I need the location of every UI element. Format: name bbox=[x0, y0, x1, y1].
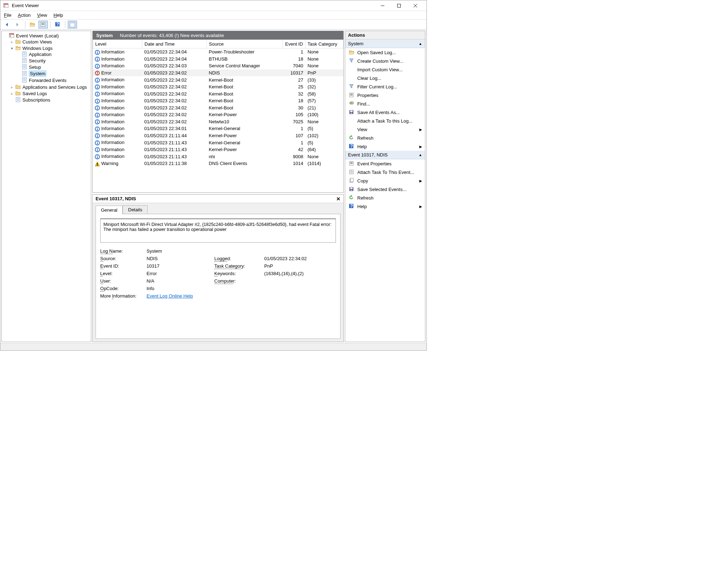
info-icon bbox=[95, 64, 100, 69]
table-row[interactable]: Information01/05/2023 22:34:04Power-Trou… bbox=[93, 48, 343, 56]
tree-log-application[interactable]: Application bbox=[16, 51, 90, 57]
table-row[interactable]: Information01/05/2023 21:11:43Kernel-Pow… bbox=[93, 146, 343, 153]
action-label: Event Properties bbox=[357, 161, 392, 166]
close-button[interactable] bbox=[407, 0, 424, 11]
action-icon bbox=[349, 144, 354, 149]
action-item[interactable]: Open Saved Log... bbox=[345, 48, 425, 57]
action-item[interactable]: Save All Events As... bbox=[345, 108, 425, 117]
action-item[interactable]: Attach a Task To this Log... bbox=[345, 117, 425, 125]
preview-pane-button[interactable] bbox=[68, 21, 77, 29]
action-item[interactable]: Help▶ bbox=[345, 142, 425, 151]
action-item[interactable]: Find... bbox=[345, 99, 425, 108]
action-item[interactable]: Help▶ bbox=[345, 202, 425, 211]
maximize-button[interactable] bbox=[391, 0, 407, 11]
table-row[interactable]: Information01/05/2023 22:34:02Kernel-Pow… bbox=[93, 111, 343, 118]
action-item[interactable]: Clear Log... bbox=[345, 74, 425, 82]
table-row[interactable]: Information01/05/2023 21:11:43nhi9008Non… bbox=[93, 153, 343, 160]
col-level[interactable]: Level bbox=[93, 40, 142, 48]
lbl-logname: Log Name: bbox=[100, 248, 147, 254]
table-row[interactable]: Information01/05/2023 22:34:01Kernel-Gen… bbox=[93, 125, 343, 132]
tree-log-system[interactable]: System bbox=[16, 71, 90, 77]
lbl-level: Level: bbox=[100, 271, 147, 276]
properties-button[interactable] bbox=[39, 21, 48, 29]
tree-pane[interactable]: Event Viewer (Local) ▹ Custom Views ▾ Wi… bbox=[1, 31, 91, 342]
table-row[interactable]: Information01/05/2023 22:34:03Service Co… bbox=[93, 62, 343, 69]
col-eventid[interactable]: Event ID bbox=[282, 40, 305, 48]
tree-log-security[interactable]: Security bbox=[16, 58, 90, 63]
action-item[interactable]: Filter Current Log... bbox=[345, 82, 425, 91]
help-button[interactable] bbox=[53, 21, 62, 29]
menu-help[interactable]: Help bbox=[53, 12, 63, 18]
action-icon bbox=[349, 195, 354, 201]
action-item[interactable]: Refresh bbox=[345, 134, 425, 142]
table-row[interactable]: Information01/05/2023 22:34:02Kernel-Boo… bbox=[93, 76, 343, 83]
action-label: Refresh bbox=[357, 135, 374, 141]
collapse-icon[interactable]: ▲ bbox=[419, 42, 422, 46]
tree-apps-services[interactable]: ▹Applications and Services Logs bbox=[10, 84, 90, 90]
table-row[interactable]: Warning01/05/2023 21:11:38DNS Client Eve… bbox=[93, 160, 343, 167]
expand-icon[interactable]: ▹ bbox=[10, 85, 14, 89]
table-row[interactable]: Information01/05/2023 22:34:02Kernel-Boo… bbox=[93, 104, 343, 112]
app-icon bbox=[3, 3, 9, 9]
show-tree-button[interactable] bbox=[28, 21, 37, 29]
menu-action[interactable]: Action bbox=[18, 12, 31, 18]
info-icon bbox=[95, 147, 100, 152]
log-icon bbox=[15, 97, 21, 103]
folder-open-icon bbox=[15, 45, 21, 51]
back-button[interactable] bbox=[2, 21, 12, 29]
table-row[interactable]: Information01/05/2023 22:34:04BTHUSB18No… bbox=[93, 56, 343, 63]
table-row[interactable]: Information01/05/2023 21:11:44Kernel-Pow… bbox=[93, 132, 343, 139]
link-online-help[interactable]: Event Log Online Help bbox=[147, 293, 193, 299]
tree-saved-logs[interactable]: ▹Saved Logs bbox=[10, 91, 90, 96]
table-row[interactable]: Information01/05/2023 22:34:02Kernel-Boo… bbox=[93, 83, 343, 91]
actions-section-event[interactable]: Event 10317, NDIS ▲ bbox=[345, 151, 425, 159]
action-item[interactable]: Event Properties bbox=[345, 159, 425, 168]
tree-label: Custom Views bbox=[22, 39, 52, 45]
action-item[interactable]: Save Selected Events... bbox=[345, 185, 425, 194]
tab-details[interactable]: Details bbox=[123, 205, 148, 214]
tree-log-setup[interactable]: Setup bbox=[16, 64, 90, 70]
log-icon bbox=[22, 64, 27, 70]
action-item[interactable]: Import Custom View... bbox=[345, 65, 425, 74]
collapse-icon[interactable]: ▾ bbox=[10, 46, 14, 50]
menu-file[interactable]: File bbox=[4, 12, 11, 18]
val-logged: 01/05/2023 22:34:02 bbox=[264, 256, 332, 261]
tab-general[interactable]: General bbox=[96, 206, 123, 214]
action-item[interactable]: Create Custom View... bbox=[345, 57, 425, 65]
action-item[interactable]: Copy▶ bbox=[345, 176, 425, 185]
col-taskcat[interactable]: Task Category bbox=[305, 40, 343, 48]
toolbar-separator bbox=[50, 21, 51, 28]
tree-subscriptions[interactable]: Subscriptions bbox=[10, 97, 90, 103]
title-bar: Event Viewer bbox=[0, 0, 426, 11]
col-datetime[interactable]: Date and Time bbox=[142, 40, 207, 48]
detail-close-button[interactable]: ✕ bbox=[336, 196, 341, 202]
action-item[interactable]: Attach Task To This Event... bbox=[345, 168, 425, 176]
tree-windows-logs[interactable]: ▾ Windows Logs bbox=[10, 45, 90, 51]
tree-label: Forwarded Events bbox=[29, 78, 67, 83]
table-row[interactable]: Information01/05/2023 22:34:02Kernel-Boo… bbox=[93, 90, 343, 97]
warn-icon bbox=[95, 161, 100, 166]
forward-button[interactable] bbox=[13, 21, 22, 29]
section-title: System bbox=[348, 41, 363, 46]
event-table[interactable]: Level Date and Time Source Event ID Task… bbox=[93, 40, 343, 192]
action-item[interactable]: Properties bbox=[345, 91, 425, 99]
actions-section-system[interactable]: System ▲ bbox=[345, 40, 425, 48]
detail-title: Event 10317, NDIS bbox=[96, 196, 136, 201]
table-row[interactable]: Information01/05/2023 22:34:02Kernel-Boo… bbox=[93, 97, 343, 104]
minimize-button[interactable] bbox=[374, 0, 391, 11]
submenu-arrow-icon: ▶ bbox=[419, 179, 422, 183]
tree-log-forwarded[interactable]: Forwarded Events bbox=[16, 77, 90, 83]
table-row[interactable]: Error01/05/2023 22:34:02NDIS10317PnP bbox=[93, 69, 343, 77]
table-row[interactable]: Information01/05/2023 21:11:43Kernel-Gen… bbox=[93, 139, 343, 146]
action-item[interactable]: View▶ bbox=[345, 125, 425, 134]
action-label: Attach Task To This Event... bbox=[357, 170, 414, 175]
tree-custom-views[interactable]: ▹ Custom Views bbox=[10, 39, 90, 45]
action-item[interactable]: Refresh bbox=[345, 194, 425, 202]
expand-icon[interactable]: ▹ bbox=[10, 92, 14, 96]
expand-icon[interactable]: ▹ bbox=[10, 40, 14, 44]
tree-root[interactable]: Event Viewer (Local) bbox=[3, 33, 90, 38]
col-source[interactable]: Source bbox=[207, 40, 283, 48]
table-row[interactable]: Information01/05/2023 22:34:02Netwtw1070… bbox=[93, 118, 343, 125]
collapse-icon[interactable]: ▲ bbox=[419, 153, 422, 157]
menu-view[interactable]: View bbox=[37, 12, 47, 18]
